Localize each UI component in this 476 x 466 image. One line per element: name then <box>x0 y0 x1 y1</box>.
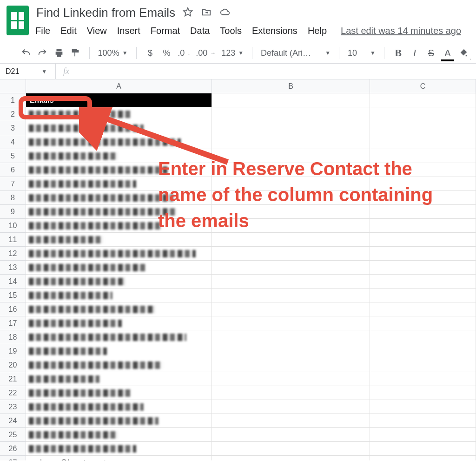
document-title[interactable]: Find Linkedin from Emails <box>35 5 176 21</box>
cell[interactable] <box>370 247 476 261</box>
cell[interactable] <box>26 372 212 386</box>
cell[interactable] <box>26 289 212 302</box>
cell[interactable] <box>212 330 370 344</box>
cell[interactable] <box>370 358 476 372</box>
cell[interactable] <box>212 233 370 247</box>
row-header[interactable]: 15 <box>0 289 26 302</box>
cell[interactable] <box>26 275 212 289</box>
cell[interactable] <box>212 135 370 149</box>
row-header[interactable]: 6 <box>0 163 26 177</box>
row-header[interactable]: 22 <box>0 386 26 400</box>
cell[interactable] <box>212 177 370 191</box>
cell[interactable] <box>370 261 476 275</box>
redo-icon[interactable] <box>37 46 47 59</box>
row-header[interactable]: 8 <box>0 191 26 205</box>
cell[interactable] <box>26 414 212 428</box>
number-format-dropdown[interactable]: 123▼ <box>221 48 244 58</box>
cell[interactable] <box>26 344 212 358</box>
cell[interactable] <box>370 456 476 460</box>
cell[interactable] <box>212 205 370 219</box>
currency-format-button[interactable]: $ <box>145 46 155 59</box>
increase-decimal-button[interactable]: .00→ <box>196 48 216 58</box>
font-dropdown[interactable]: Default (Ari…▼ <box>261 48 331 58</box>
cell[interactable] <box>370 205 476 219</box>
cell[interactable] <box>212 372 370 386</box>
row-header[interactable]: 13 <box>0 261 26 275</box>
cell[interactable] <box>370 233 476 247</box>
cell[interactable] <box>26 261 212 275</box>
print-icon[interactable] <box>53 46 64 59</box>
fill-color-button[interactable]: . <box>459 46 469 59</box>
menu-file[interactable]: File <box>35 26 50 36</box>
menu-edit[interactable]: Edit <box>60 26 76 36</box>
cell[interactable] <box>26 358 212 372</box>
cell[interactable] <box>26 149 212 163</box>
cell[interactable] <box>212 358 370 372</box>
row-header[interactable]: 25 <box>0 428 26 442</box>
row-header[interactable]: 3 <box>0 121 26 135</box>
row-header[interactable]: 23 <box>0 400 26 414</box>
cell[interactable] <box>212 247 370 261</box>
cell-a27[interactable]: melmoez@havat.com.tr <box>26 456 212 460</box>
name-box[interactable]: D21 ▼ <box>0 64 56 79</box>
cell[interactable] <box>370 386 476 400</box>
cell[interactable] <box>212 107 370 121</box>
cell[interactable] <box>212 344 370 358</box>
cell[interactable] <box>26 428 212 442</box>
cell[interactable] <box>26 302 212 316</box>
last-edit-link[interactable]: Last edit was 14 minutes ago <box>341 26 461 36</box>
row-header[interactable]: 11 <box>0 233 26 247</box>
cell[interactable] <box>370 400 476 414</box>
menu-insert[interactable]: Insert <box>117 26 140 36</box>
cell[interactable] <box>26 191 212 205</box>
star-icon[interactable] <box>183 7 193 19</box>
cell[interactable] <box>370 191 476 205</box>
move-folder-icon[interactable] <box>201 7 212 19</box>
cell[interactable] <box>26 316 212 330</box>
menu-view[interactable]: View <box>87 26 107 36</box>
cell[interactable] <box>26 247 212 261</box>
bold-button[interactable]: B <box>393 46 403 59</box>
cell[interactable] <box>26 135 212 149</box>
cell[interactable] <box>26 107 212 121</box>
cell[interactable] <box>370 442 476 456</box>
row-header[interactable]: 27 <box>0 456 26 460</box>
cell[interactable] <box>26 330 212 344</box>
decrease-decimal-button[interactable]: .0↓ <box>178 48 190 58</box>
menu-extensions[interactable]: Extensions <box>252 26 298 36</box>
row-header[interactable]: 26 <box>0 442 26 456</box>
cell[interactable] <box>212 191 370 205</box>
row-header[interactable]: 16 <box>0 302 26 316</box>
column-header-a[interactable]: A <box>26 79 212 93</box>
text-color-button[interactable]: A <box>442 46 453 59</box>
row-header[interactable]: 2 <box>0 107 26 121</box>
cell[interactable] <box>370 135 476 149</box>
undo-icon[interactable] <box>20 46 31 59</box>
cloud-status-icon[interactable] <box>220 7 230 19</box>
row-header[interactable]: 20 <box>0 358 26 372</box>
row-header[interactable]: 18 <box>0 330 26 344</box>
row-header[interactable]: 19 <box>0 344 26 358</box>
cell[interactable] <box>212 302 370 316</box>
cell[interactable] <box>212 400 370 414</box>
cell[interactable] <box>26 386 212 400</box>
row-header[interactable]: 10 <box>0 219 26 233</box>
row-header[interactable]: 7 <box>0 177 26 191</box>
row-header[interactable]: 24 <box>0 414 26 428</box>
select-all-corner[interactable] <box>0 79 26 93</box>
cell[interactable] <box>212 316 370 330</box>
cell[interactable] <box>370 275 476 289</box>
menu-data[interactable]: Data <box>190 26 210 36</box>
cell[interactable] <box>212 93 370 107</box>
cell[interactable] <box>26 442 212 456</box>
cell[interactable] <box>212 456 370 460</box>
row-header[interactable]: 9 <box>0 205 26 219</box>
cell[interactable] <box>370 428 476 442</box>
zoom-dropdown[interactable]: 100%▼ <box>98 48 128 58</box>
cell[interactable] <box>212 428 370 442</box>
cell[interactable] <box>370 107 476 121</box>
cell[interactable] <box>212 289 370 302</box>
formula-input[interactable] <box>77 64 476 79</box>
cell[interactable] <box>370 149 476 163</box>
cell[interactable] <box>370 302 476 316</box>
